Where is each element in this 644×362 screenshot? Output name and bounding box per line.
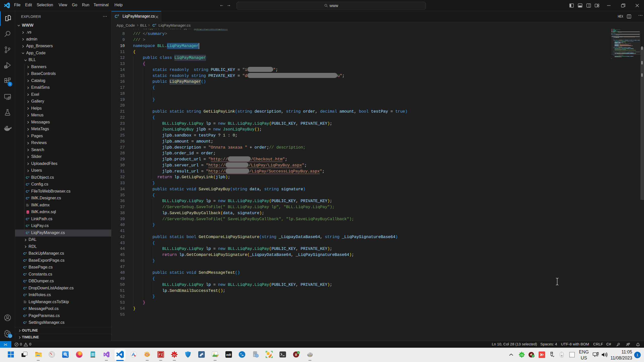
svg-text:C: C (23, 273, 26, 276)
svg-text:C: C (23, 314, 26, 318)
svg-text:#: # (26, 307, 27, 309)
svg-text:C: C (26, 196, 28, 200)
svg-text:C: C (26, 224, 28, 228)
svg-text:C: C (115, 14, 117, 19)
svg-text:C: C (26, 190, 28, 193)
svg-text:#: # (117, 14, 119, 17)
svg-text:#: # (28, 189, 29, 192)
svg-text:#: # (28, 183, 29, 185)
svg-text:C: C (23, 321, 26, 325)
svg-text:#: # (26, 279, 27, 282)
svg-text:C: C (23, 286, 26, 290)
svg-text:#: # (28, 224, 29, 227)
svg-text:FZ: FZ (173, 354, 176, 356)
svg-text:C: C (23, 307, 26, 311)
svg-text:C: C (26, 231, 28, 235)
svg-text:C: C (26, 217, 28, 221)
svg-text:#: # (26, 272, 27, 275)
svg-text:#: # (26, 293, 27, 296)
svg-text:C: C (23, 252, 26, 255)
svg-text:#: # (28, 196, 29, 199)
svg-text:C: C (23, 293, 26, 297)
svg-text:#: # (155, 23, 156, 26)
svg-text:#: # (26, 321, 27, 323)
svg-text:mR: mR (226, 353, 231, 357)
svg-text:#: # (28, 217, 29, 219)
svg-text:#: # (26, 265, 27, 268)
svg-text:C: C (23, 265, 26, 269)
svg-text:C: C (152, 23, 155, 27)
svg-text:FZ: FZ (159, 353, 163, 356)
svg-text:FZ: FZ (521, 354, 523, 356)
svg-text:C: C (23, 259, 26, 262)
svg-text:C: C (26, 176, 28, 179)
svg-text:#: # (26, 314, 27, 316)
svg-text:C: C (26, 183, 28, 186)
svg-text:#: # (28, 175, 29, 178)
svg-text:#: # (26, 252, 27, 254)
svg-text:8: 8 (295, 352, 297, 357)
svg-text:#: # (28, 231, 29, 233)
svg-text:C: C (23, 279, 26, 283)
svg-text:#: # (26, 258, 27, 261)
svg-text:#: # (26, 286, 27, 289)
